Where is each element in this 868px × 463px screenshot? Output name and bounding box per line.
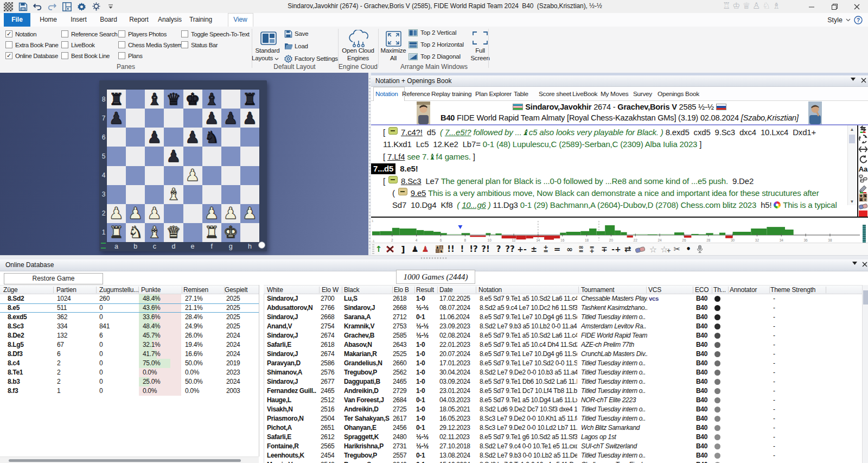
checkbox[interactable] <box>61 41 68 48</box>
notation-segment[interactable]: The general plan for Black is ...0-0 fol… <box>441 176 728 186</box>
ribbon-tab-file[interactable]: File <box>4 13 30 27</box>
toolbar-drag-handle[interactable] <box>372 244 374 254</box>
moves-table-hscrollbar[interactable] <box>0 456 259 463</box>
ribbon-tab-home[interactable]: Home <box>40 13 57 27</box>
notation-tab-notation[interactable]: Notation <box>375 87 398 101</box>
piece-bp-g7[interactable]: ♟ <box>221 109 240 128</box>
pane-toggle-status-bar[interactable]: Status Bar <box>181 41 218 48</box>
notation-tab-livebook[interactable]: LiveBook <box>572 87 597 101</box>
notation-segment[interactable]: 11.Kxd1 Lc5 12.Ke2 Lb7= <box>383 139 483 149</box>
blunder-icon[interactable]: ?? <box>505 243 514 255</box>
piece-wp-f2[interactable]: ♟ <box>202 204 221 223</box>
piece-bp-a7[interactable]: ♟ <box>107 109 126 128</box>
black-winning-icon[interactable]: -+ <box>611 243 621 255</box>
square-f5[interactable] <box>202 147 221 166</box>
pane-toggle-players-photos[interactable]: Players Photos <box>118 30 167 37</box>
column-header-theme-strength[interactable]: Theme Strength <box>770 286 815 294</box>
checkbox[interactable]: ✓ <box>5 52 12 59</box>
equal-icon[interactable]: = <box>554 243 561 255</box>
piece-wb-d3[interactable]: ♝ <box>164 185 183 204</box>
panel-collapse-icon[interactable] <box>851 78 856 81</box>
variation-tree-icon[interactable] <box>859 175 867 183</box>
column-header-notation[interactable]: Notation <box>478 286 502 294</box>
notation-segment[interactable]: 8.e5! <box>400 164 418 173</box>
eraser-icon[interactable] <box>635 243 646 255</box>
gear-icon[interactable] <box>76 2 86 11</box>
checkbox[interactable] <box>181 30 188 37</box>
piece-bp-c6[interactable]: ♟ <box>145 128 164 147</box>
piece-bp-d5[interactable]: ♟ <box>164 147 183 166</box>
notation-segment[interactable]: [ <box>383 128 387 137</box>
square-a3[interactable] <box>107 185 126 204</box>
piece-bq-d8[interactable]: ♛ <box>164 90 183 109</box>
splitter-drag-handle[interactable] <box>421 257 447 259</box>
eval-profile-scrollbar[interactable] <box>863 225 866 243</box>
scroll-up-icon[interactable]: ▲ <box>848 127 856 132</box>
pane-toggle-chess-media-system[interactable]: Chess Media System <box>118 41 182 48</box>
piece-wp-h2[interactable]: ♟ <box>240 204 259 223</box>
color-wheel-annotation-icon[interactable] <box>774 201 781 208</box>
square-c7[interactable] <box>145 109 164 128</box>
pieces-grid-icon[interactable]: ♟♙♘♞ <box>436 243 443 255</box>
column-header-vcs[interactable]: VCS <box>648 286 661 294</box>
notation-panel-header[interactable]: Notation + Openings Book <box>371 75 868 87</box>
style-label[interactable]: Style <box>827 16 843 24</box>
square-g4[interactable] <box>221 166 240 185</box>
dubious-move-icon[interactable]: ?! <box>481 243 490 255</box>
notation-segment[interactable]: 8.exd5 cxd5 9.Sc3 dxc4 10.Lxc4 Dxd1+ <box>663 128 816 137</box>
notation-segment[interactable]: 7.Lf4 <box>387 152 405 161</box>
arrow-up-icon[interactable]: ↑ <box>375 243 382 255</box>
column-header-zugumstellu-[interactable]: Zugumstellu... <box>99 286 139 294</box>
ribbon-tab-report[interactable]: Report <box>129 13 148 27</box>
ribbon-tab-insert[interactable]: Insert <box>71 13 86 27</box>
end-variation-icon[interactable]: ] <box>401 243 405 255</box>
customize-dropdown-icon[interactable] <box>106 2 116 11</box>
notation-segment[interactable]: 0-1 (48) Lupulescu,C (2589)-Serban,C (23… <box>483 139 697 149</box>
square-h5[interactable] <box>240 147 259 166</box>
square-h4[interactable] <box>240 166 259 185</box>
horizontal-splitter[interactable] <box>0 255 868 259</box>
redo-icon[interactable] <box>47 2 57 11</box>
ribbon-tab-view[interactable]: View <box>233 13 247 27</box>
notation-tab-plan-explorer[interactable]: Plan Explorer <box>475 87 512 101</box>
black-move-pawn-icon[interactable]: ♟ <box>411 243 418 255</box>
panel-close-icon[interactable] <box>861 78 866 83</box>
square-b4[interactable] <box>126 166 145 185</box>
piece-br-h8[interactable]: ♜ <box>240 90 259 109</box>
notation-segment[interactable]: ] <box>471 152 475 161</box>
navigate-arrows-icon[interactable] <box>859 145 868 153</box>
column-header-tournament[interactable]: Tournament <box>581 286 614 294</box>
white-better-icon[interactable]: ± <box>531 243 537 255</box>
square-g8[interactable] <box>221 90 240 109</box>
notation-tab-survey[interactable]: Survey <box>633 87 652 101</box>
dot-icon[interactable]: • <box>686 243 691 255</box>
piece-wb-c1[interactable]: ♝ <box>145 223 164 242</box>
square-e1[interactable] <box>183 223 202 242</box>
minimize-button[interactable] <box>802 0 821 13</box>
square-e5[interactable] <box>183 147 202 166</box>
notation-scrollbar[interactable]: ▲ ▼ <box>847 125 856 205</box>
checkbox[interactable] <box>61 30 68 37</box>
notation-tab-replay-training[interactable]: Replay training <box>431 87 471 101</box>
pane-toggle-notation[interactable]: ✓Notation <box>5 30 36 37</box>
current-move[interactable]: 7...d5 <box>371 163 395 174</box>
column-header-partien[interactable]: Partien <box>56 286 76 294</box>
notation-segment[interactable]: [ <box>383 176 387 186</box>
square-h1[interactable] <box>240 223 259 242</box>
column-header-punkte[interactable]: Punkte <box>141 286 161 294</box>
square-b6[interactable] <box>126 128 145 147</box>
column-header-white[interactable]: White <box>267 286 283 294</box>
counterplay-icon[interactable]: ⇄ <box>624 243 631 255</box>
column-header-eco[interactable]: ECO <box>695 286 709 294</box>
black-better-icon[interactable]: ∓ <box>601 243 608 255</box>
column-header-remisen[interactable]: Remisen <box>183 286 208 294</box>
piece-wp-e4[interactable]: ♟ <box>183 166 202 185</box>
vscrollbar-thumb[interactable] <box>863 290 868 305</box>
piece-wk-g1[interactable]: ♚ <box>221 223 240 242</box>
white-winning-icon[interactable]: +- <box>517 243 527 255</box>
notation-segment[interactable]: Le7 <box>421 176 441 186</box>
compensation-icon[interactable]: ∞= <box>578 243 583 255</box>
piece-wr-a1[interactable]: ♜ <box>107 223 126 242</box>
scrollbar-thumb[interactable] <box>849 135 855 143</box>
game-header-event[interactable]: B40 FIDE World Rapid Team Almaty [Royal … <box>371 113 868 122</box>
